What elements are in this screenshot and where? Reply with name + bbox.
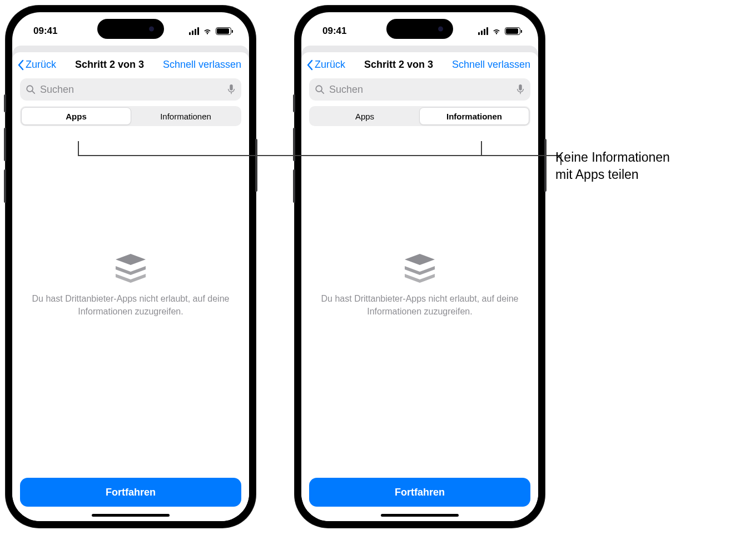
callout-line <box>481 141 482 156</box>
battery-icon <box>505 27 520 35</box>
tab-information[interactable]: Informationen <box>419 107 529 125</box>
callout-line <box>78 141 79 156</box>
empty-state-text: Du hast Drittanbieter-Apps nicht erlaubt… <box>26 293 236 318</box>
back-label: Zurück <box>315 59 345 71</box>
stack-icon <box>403 253 437 284</box>
quick-exit-button[interactable]: Schnell verlassen <box>163 59 241 71</box>
page-title: Schritt 2 von 3 <box>364 59 433 71</box>
wifi-icon <box>202 27 212 35</box>
segmented-control: Apps Informationen <box>309 106 530 126</box>
tab-apps[interactable]: Apps <box>21 107 131 125</box>
empty-state-text: Du hast Drittanbieter-Apps nicht erlaubt… <box>315 293 525 318</box>
back-label: Zurück <box>26 59 56 71</box>
status-time: 09:41 <box>33 26 57 37</box>
phone-mockup-right: 09:41 Zurück Schritt 2 von 3 Schnell ver… <box>295 6 545 528</box>
dynamic-island <box>386 19 453 39</box>
back-button[interactable]: Zurück <box>17 59 56 71</box>
back-button[interactable]: Zurück <box>306 59 345 71</box>
search-placeholder: Suchen <box>40 84 222 96</box>
status-time: 09:41 <box>322 26 346 37</box>
callout-line2: mit Apps teilen <box>555 166 733 183</box>
stack-icon <box>113 253 148 284</box>
empty-state: Du hast Drittanbieter-Apps nicht erlaubt… <box>301 126 538 478</box>
nav-bar: Zurück Schritt 2 von 3 Schnell verlassen <box>301 52 538 75</box>
callout-line <box>78 155 562 156</box>
mic-icon[interactable] <box>516 84 525 95</box>
callout-line1: Keine Informationen <box>555 149 733 166</box>
search-placeholder: Suchen <box>329 84 511 96</box>
wifi-icon <box>491 27 501 35</box>
svg-line-1 <box>32 91 35 94</box>
dynamic-island <box>97 19 164 39</box>
segmented-control: Apps Informationen <box>20 106 241 126</box>
modal-sheet: Zurück Schritt 2 von 3 Schnell verlassen… <box>301 52 538 521</box>
phone-screen: 09:41 Zurück Schritt 2 von 3 Schnell ver… <box>12 12 249 521</box>
continue-button[interactable]: Fortfahren <box>309 478 530 507</box>
phone-screen: 09:41 Zurück Schritt 2 von 3 Schnell ver… <box>301 12 538 521</box>
signal-icon <box>478 27 488 35</box>
page-title: Schritt 2 von 3 <box>75 59 144 71</box>
modal-sheet: Zurück Schritt 2 von 3 Schnell verlassen… <box>12 52 249 521</box>
search-input[interactable]: Suchen <box>20 78 241 101</box>
chevron-left-icon <box>17 59 24 71</box>
signal-icon <box>189 27 199 35</box>
search-input[interactable]: Suchen <box>309 78 530 101</box>
chevron-left-icon <box>306 59 314 71</box>
search-icon <box>315 84 325 94</box>
home-indicator[interactable] <box>92 514 170 517</box>
tab-apps[interactable]: Apps <box>310 107 419 125</box>
quick-exit-button[interactable]: Schnell verlassen <box>452 59 530 71</box>
continue-button[interactable]: Fortfahren <box>20 478 241 507</box>
mic-icon[interactable] <box>227 84 236 95</box>
svg-rect-2 <box>230 84 232 91</box>
svg-line-5 <box>321 91 324 94</box>
phone-mockup-left: 09:41 Zurück Schritt 2 von 3 Schnell ver… <box>6 6 256 528</box>
home-indicator[interactable] <box>381 514 459 517</box>
nav-bar: Zurück Schritt 2 von 3 Schnell verlassen <box>12 52 249 75</box>
empty-state: Du hast Drittanbieter-Apps nicht erlaubt… <box>12 126 249 478</box>
battery-icon <box>216 27 231 35</box>
tab-information[interactable]: Informationen <box>131 107 240 125</box>
callout-text: Keine Informationen mit Apps teilen <box>555 149 733 183</box>
svg-rect-6 <box>519 84 521 91</box>
search-icon <box>26 84 36 94</box>
